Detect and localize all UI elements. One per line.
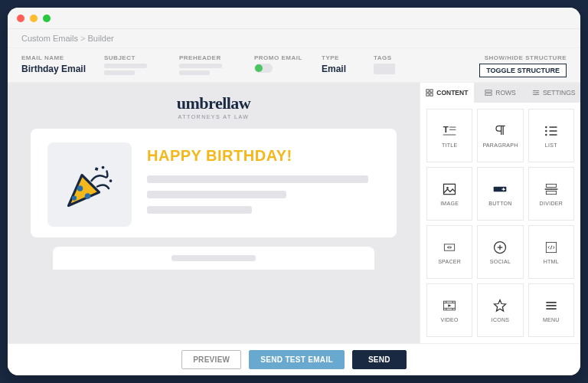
promo-toggle[interactable] (254, 64, 273, 73)
party-popper-image[interactable] (47, 142, 132, 227)
send-button[interactable]: SEND (352, 350, 407, 369)
tile-html[interactable]: HTML (528, 225, 574, 279)
toggle-structure-button[interactable]: TOGGLE STRUCTURE (479, 64, 567, 77)
svg-point-0 (77, 185, 83, 192)
breadcrumb: Custom EmailsBuilder (8, 29, 580, 48)
svg-rect-6 (426, 90, 429, 92)
grid-icon (426, 89, 433, 97)
side-panel: CONTENT ROWS SETTINGS TTITLE PARAGRAPH L… (420, 83, 580, 343)
rows-icon (485, 89, 492, 97)
subject-field[interactable] (104, 64, 165, 75)
svg-text:T: T (443, 124, 449, 134)
html-icon (544, 240, 559, 255)
tags-label: TAGS (374, 54, 412, 61)
image-icon (442, 182, 457, 197)
tile-divider[interactable]: DIVIDER (528, 167, 574, 221)
email-name-label: EMAIL NAME (21, 54, 90, 61)
social-icon (492, 240, 508, 255)
maximize-icon[interactable] (43, 15, 51, 22)
email-name-value[interactable]: Birthday Email (21, 64, 90, 74)
tile-list[interactable]: LIST (528, 109, 574, 162)
panel-tabs: CONTENT ROWS SETTINGS (420, 83, 580, 103)
app-window: Custom EmailsBuilder EMAIL NAME Birthday… (8, 8, 580, 375)
svg-point-22 (545, 126, 547, 129)
email-canvas: umbrellaw ATTORNEYS AT LAW (8, 83, 420, 343)
body-line-2[interactable] (147, 191, 286, 198)
tile-spacer[interactable]: SPACER (426, 225, 472, 279)
minimize-icon[interactable] (30, 15, 38, 22)
tile-title[interactable]: TTITLE (426, 109, 472, 162)
svg-rect-9 (430, 93, 433, 96)
svg-rect-33 (546, 192, 556, 195)
svg-point-1 (85, 193, 91, 199)
promo-label: PROMO EMAIL (254, 54, 308, 61)
meta-row: EMAIL NAME Birthday Email SUBJECT PREHEA… (8, 48, 580, 83)
tile-image[interactable]: IMAGE (426, 167, 472, 221)
svg-rect-10 (485, 90, 492, 93)
close-icon[interactable] (17, 15, 24, 22)
headline-text[interactable]: HAPPY BIRTHDAY! (147, 147, 380, 165)
title-icon: T (442, 123, 457, 139)
preheader-field[interactable] (179, 64, 240, 75)
svg-point-17 (534, 94, 536, 96)
svg-rect-7 (430, 90, 433, 92)
send-test-button[interactable]: SEND TEST EMAIL (249, 350, 345, 369)
tags-field[interactable] (374, 64, 395, 74)
button-icon (492, 182, 508, 197)
secondary-card[interactable] (53, 247, 375, 270)
type-value[interactable]: Email (322, 64, 360, 74)
structure-label: SHOW/HIDE STRUCTURE (485, 54, 567, 61)
tab-settings[interactable]: SETTINGS (527, 83, 580, 103)
breadcrumb-current: Builder (78, 34, 114, 43)
sliders-icon (532, 89, 540, 97)
video-icon (442, 298, 457, 313)
tile-icons[interactable]: ICONS (477, 283, 523, 337)
subject-label: SUBJECT (104, 54, 165, 61)
workspace: umbrellaw ATTORNEYS AT LAW (8, 83, 580, 343)
svg-point-16 (537, 92, 538, 93)
svg-rect-28 (444, 184, 456, 194)
menu-icon (544, 298, 559, 313)
divider-icon (544, 182, 559, 197)
card-body: HAPPY BIRTHDAY! (147, 142, 380, 221)
email-content-card[interactable]: HAPPY BIRTHDAY! (31, 129, 397, 237)
svg-rect-5 (95, 167, 99, 171)
content-tiles: TTITLE PARAGRAPH LIST IMAGE BUTTON DIVID… (420, 103, 580, 343)
svg-point-4 (109, 179, 113, 182)
tile-video[interactable]: VIDEO (426, 283, 472, 337)
svg-rect-11 (485, 93, 492, 96)
tab-rows[interactable]: ROWS (474, 83, 528, 103)
party-popper-icon (59, 154, 120, 215)
breadcrumb-root[interactable]: Custom Emails (21, 34, 78, 43)
body-line-3[interactable] (147, 206, 252, 214)
tile-button[interactable]: BUTTON (477, 167, 523, 221)
svg-point-23 (545, 130, 547, 133)
spacer-icon (442, 240, 457, 255)
titlebar (8, 8, 580, 29)
svg-point-2 (72, 195, 77, 200)
footer-actions: PREVIEW SEND TEST EMAIL SEND (8, 343, 580, 375)
svg-point-3 (102, 166, 105, 169)
list-icon (544, 123, 559, 139)
svg-point-24 (545, 134, 547, 136)
tile-paragraph[interactable]: PARAGRAPH (477, 109, 523, 162)
brand-tagline: ATTORNEYS AT LAW (178, 114, 250, 119)
svg-point-15 (534, 90, 535, 92)
svg-rect-8 (426, 93, 429, 96)
svg-rect-31 (546, 184, 556, 187)
type-label: TYPE (322, 54, 360, 61)
tile-social[interactable]: SOCIAL (477, 225, 523, 279)
tile-menu[interactable]: MENU (528, 283, 574, 337)
preview-button[interactable]: PREVIEW (181, 350, 241, 369)
brand-logo: umbrellaw (177, 93, 251, 113)
tab-content[interactable]: CONTENT (420, 83, 474, 103)
paragraph-icon (492, 123, 508, 139)
body-line-1[interactable] (147, 175, 368, 183)
preheader-label: PREHEADER (179, 54, 240, 61)
star-icon (492, 298, 508, 313)
